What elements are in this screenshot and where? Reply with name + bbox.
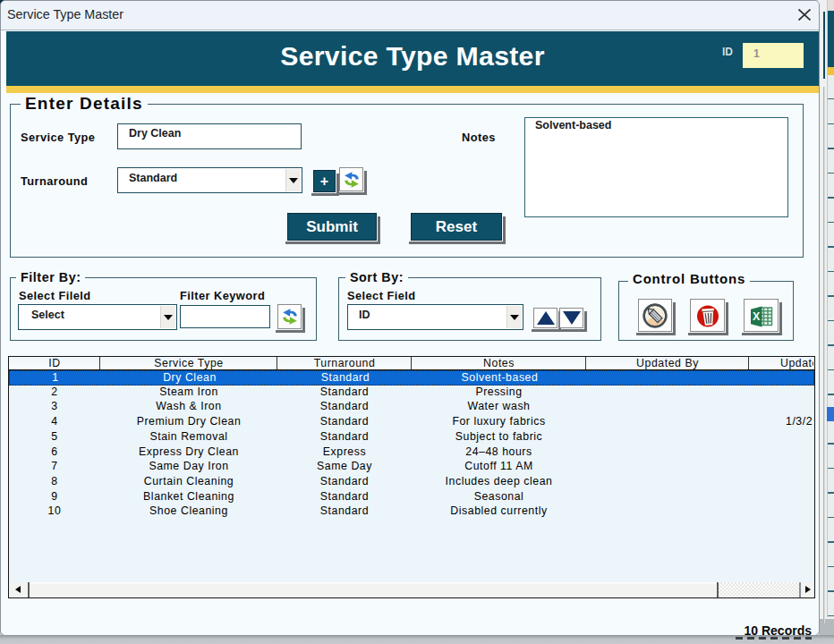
svg-text:X: X [753,310,761,323]
